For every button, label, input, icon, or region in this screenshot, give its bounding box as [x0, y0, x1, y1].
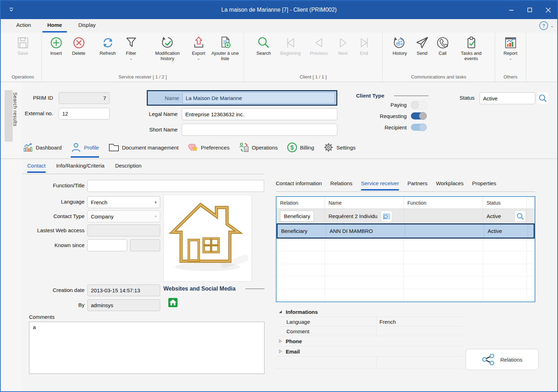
tab-document-management[interactable]: Document management [108, 141, 179, 158]
table-row-empty[interactable] [277, 276, 535, 289]
tab-action[interactable]: Action [11, 22, 36, 33]
relations-tab-divider [276, 191, 535, 192]
ribbon-group-communications: History Send Call [383, 33, 495, 82]
refresh-icon [100, 35, 116, 51]
website-link-button[interactable] [168, 298, 178, 309]
ribbon-group-service-receiver: Insert Delete Refresh [42, 33, 244, 82]
help-icon[interactable]: ? [539, 21, 548, 30]
tab-billing[interactable]: $ Billing [287, 141, 314, 158]
language-value[interactable]: French [376, 317, 463, 326]
table-row-empty[interactable] [277, 239, 535, 251]
previous-button[interactable]: Previous [308, 35, 330, 56]
status-cell: Active [487, 213, 501, 219]
short-name-field[interactable] [182, 124, 337, 136]
name-cell: ANN DI MAMBRO [326, 224, 405, 238]
phone-section[interactable]: Phone [276, 336, 463, 346]
tab-preferences[interactable]: Preferences [188, 141, 229, 158]
table-row-empty[interactable] [277, 289, 535, 302]
tab-display[interactable]: Display [73, 22, 100, 33]
delete-button[interactable]: Delete [69, 35, 88, 56]
search-results-tab[interactable]: Search results [12, 92, 18, 126]
search-label: Search [256, 51, 271, 56]
column-name[interactable]: Name [325, 197, 404, 209]
comment-value[interactable] [376, 327, 463, 336]
tab-operations[interactable]: Operations [239, 141, 278, 158]
tab-profile[interactable]: Profile [71, 141, 99, 158]
table-row-empty[interactable] [277, 264, 535, 277]
relation-cell[interactable]: Beneficiary [280, 211, 314, 222]
tab-settings[interactable]: Settings [323, 141, 355, 158]
relations-button-label: Relations [500, 357, 523, 363]
tab-properties[interactable]: Properties [472, 180, 496, 191]
tab-relations[interactable]: Relations [330, 180, 353, 191]
minimize-button[interactable] [502, 1, 521, 19]
relations-button[interactable]: Relations [466, 349, 539, 370]
status-field[interactable]: Active [479, 92, 535, 104]
tab-service-receiver[interactable]: Service receiver [361, 180, 399, 191]
operations-icon [239, 142, 249, 153]
close-button[interactable] [539, 1, 557, 19]
call-button[interactable]: Call [434, 35, 451, 56]
status-search-button[interactable] [537, 93, 548, 104]
settings-gear-icon [323, 142, 334, 153]
client-type-title: Client Type [356, 93, 384, 99]
grid-row-comment[interactable]: Comment [276, 327, 463, 336]
subtab-description[interactable]: Description [115, 163, 141, 173]
modification-history-label: Modification history [149, 51, 186, 61]
status-search-button[interactable] [515, 211, 526, 222]
insert-button[interactable]: Insert [47, 35, 66, 56]
email-section[interactable]: Email [276, 346, 463, 357]
subtab-contact[interactable]: Contact [27, 163, 46, 173]
recipient-toggle[interactable] [411, 124, 426, 131]
tab-contact-information[interactable]: Contact information [276, 180, 322, 191]
chevron-down-icon: ▾ [155, 200, 157, 205]
requesting-toggle[interactable] [411, 112, 426, 119]
history-button[interactable]: History [390, 35, 410, 56]
table-row-selected[interactable]: Beneficiary ANN DI MAMBRO Active [277, 223, 535, 239]
export-button[interactable]: Export ⌄ [190, 35, 208, 60]
tab-home[interactable]: Home [42, 22, 67, 33]
report-button[interactable]: Report ⌄ [500, 35, 522, 60]
external-no-field[interactable]: 12 [59, 108, 110, 119]
add-to-list-button[interactable]: Ajouter à une liste [211, 35, 239, 61]
chevron-down-icon: ▾ [155, 214, 157, 219]
known-since-field[interactable] [87, 239, 127, 251]
tab-dashboard[interactable]: Dashboard [23, 141, 62, 158]
table-row[interactable]: Beneficiary Requérent 2 Individu Active [277, 209, 535, 223]
lookup-button[interactable] [381, 211, 392, 222]
legal-name-field[interactable]: Entreprise 12363632 inc. [182, 108, 337, 120]
known-since-label: Known since [34, 242, 85, 248]
column-relation[interactable]: Relation [277, 197, 325, 209]
column-status[interactable]: Status [483, 197, 527, 209]
search-button[interactable]: Search [254, 35, 274, 56]
requesting-label: Requesting [361, 113, 407, 119]
modification-history-button[interactable]: Modification history [149, 35, 186, 61]
tab-workplaces[interactable]: Workplaces [436, 180, 464, 191]
informations-section[interactable]: Informations [276, 307, 463, 317]
sidebar-scrollbar[interactable] [5, 90, 13, 142]
maximize-button[interactable] [521, 1, 539, 19]
table-row-empty[interactable] [277, 251, 535, 264]
name-input[interactable]: La Maison De Marianne [182, 92, 335, 104]
next-button[interactable]: Next [335, 35, 351, 56]
refresh-label: Refresh [100, 51, 116, 56]
add-to-list-icon [217, 35, 233, 51]
filter-button[interactable]: Filter ⌄ [122, 35, 140, 60]
contact-type-dropdown[interactable]: Company▾ [87, 210, 160, 222]
ribbon-collapse-icon[interactable]: ⌄ [550, 23, 554, 28]
name-field-highlighted[interactable]: Name La Maison De Marianne [147, 90, 337, 106]
tasks-events-button[interactable]: Tasks and events [455, 35, 488, 61]
grid-row-language[interactable]: Language French [276, 317, 463, 327]
paying-toggle[interactable] [411, 101, 427, 109]
subtab-info-ranking-criteria[interactable]: Info/Ranking/Criteria [56, 163, 105, 173]
save-button[interactable]: Save [12, 35, 34, 56]
refresh-button[interactable]: Refresh [97, 35, 119, 56]
tab-partners[interactable]: Partners [407, 180, 428, 191]
comments-textarea[interactable]: a [29, 322, 265, 374]
column-function[interactable]: Function [404, 197, 483, 209]
send-button[interactable]: Send [414, 35, 431, 56]
language-dropdown[interactable]: French▾ [87, 196, 160, 208]
function-title-field[interactable] [87, 180, 264, 192]
beginning-button[interactable]: Beginning [278, 35, 303, 56]
end-button[interactable]: End [356, 35, 373, 56]
